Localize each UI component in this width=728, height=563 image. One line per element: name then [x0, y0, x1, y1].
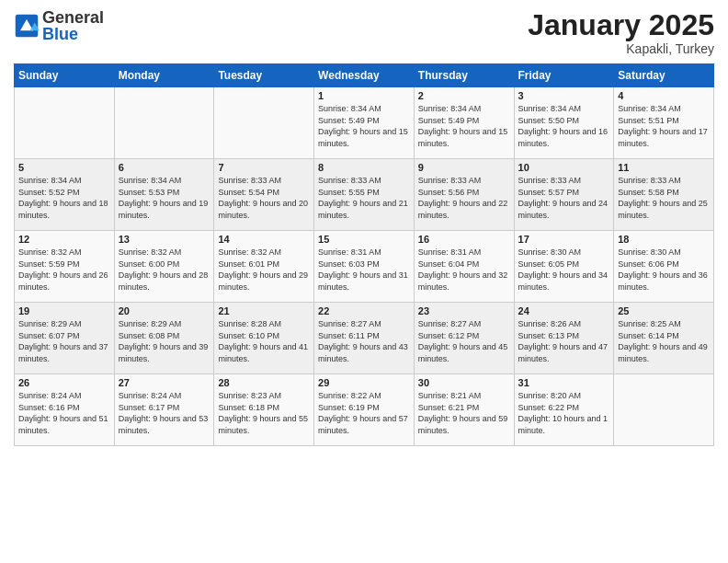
day-info: Sunrise: 8:32 AM Sunset: 5:59 PM Dayligh… — [18, 247, 110, 293]
logo-general: General — [42, 9, 104, 26]
day-info: Sunrise: 8:31 AM Sunset: 6:03 PM Dayligh… — [318, 247, 410, 293]
calendar-day-cell: 4Sunrise: 8:34 AM Sunset: 5:51 PM Daylig… — [614, 87, 714, 159]
calendar-day-cell: 24Sunrise: 8:26 AM Sunset: 6:13 PM Dayli… — [514, 303, 614, 374]
calendar-col-header: Wednesday — [314, 64, 415, 87]
calendar-day-cell — [114, 87, 214, 159]
day-number: 1 — [318, 90, 410, 101]
calendar-week-row: 26Sunrise: 8:24 AM Sunset: 6:16 PM Dayli… — [15, 374, 714, 446]
day-number: 21 — [218, 305, 310, 316]
day-number: 22 — [318, 305, 410, 316]
day-info: Sunrise: 8:33 AM Sunset: 5:54 PM Dayligh… — [218, 175, 310, 221]
calendar-col-header: Friday — [514, 64, 614, 87]
day-info: Sunrise: 8:32 AM Sunset: 6:01 PM Dayligh… — [218, 247, 310, 293]
day-info: Sunrise: 8:29 AM Sunset: 6:08 PM Dayligh… — [119, 318, 210, 364]
day-info: Sunrise: 8:33 AM Sunset: 5:56 PM Dayligh… — [418, 175, 510, 221]
day-info: Sunrise: 8:34 AM Sunset: 5:51 PM Dayligh… — [618, 103, 710, 149]
day-info: Sunrise: 8:34 AM Sunset: 5:53 PM Dayligh… — [119, 175, 210, 221]
day-info: Sunrise: 8:24 AM Sunset: 6:16 PM Dayligh… — [18, 390, 110, 436]
calendar-day-cell: 17Sunrise: 8:30 AM Sunset: 6:05 PM Dayli… — [514, 231, 614, 303]
day-info: Sunrise: 8:28 AM Sunset: 6:10 PM Dayligh… — [218, 318, 310, 364]
calendar-day-cell: 29Sunrise: 8:22 AM Sunset: 6:19 PM Dayli… — [314, 374, 415, 446]
day-number: 29 — [318, 377, 410, 388]
day-info: Sunrise: 8:20 AM Sunset: 6:22 PM Dayligh… — [518, 390, 610, 436]
calendar-col-header: Thursday — [414, 64, 514, 87]
logo-text: General Blue — [42, 9, 104, 42]
day-number: 16 — [418, 234, 510, 245]
calendar-day-cell: 10Sunrise: 8:33 AM Sunset: 5:57 PM Dayli… — [514, 159, 614, 231]
calendar-day-cell: 25Sunrise: 8:25 AM Sunset: 6:14 PM Dayli… — [614, 303, 714, 374]
day-number: 24 — [518, 305, 610, 316]
calendar-day-cell: 6Sunrise: 8:34 AM Sunset: 5:53 PM Daylig… — [114, 159, 214, 231]
day-number: 12 — [18, 234, 110, 245]
calendar-day-cell — [15, 87, 115, 159]
day-number: 3 — [518, 90, 610, 101]
calendar-col-header: Sunday — [15, 64, 115, 87]
calendar-day-cell: 15Sunrise: 8:31 AM Sunset: 6:03 PM Dayli… — [314, 231, 415, 303]
day-info: Sunrise: 8:30 AM Sunset: 6:06 PM Dayligh… — [618, 247, 710, 293]
day-number: 31 — [518, 377, 610, 388]
day-number: 8 — [318, 162, 410, 173]
day-info: Sunrise: 8:22 AM Sunset: 6:19 PM Dayligh… — [318, 390, 410, 436]
calendar-day-cell — [214, 87, 314, 159]
day-info: Sunrise: 8:21 AM Sunset: 6:21 PM Dayligh… — [418, 390, 510, 436]
calendar-day-cell: 9Sunrise: 8:33 AM Sunset: 5:56 PM Daylig… — [414, 159, 514, 231]
calendar-day-cell: 12Sunrise: 8:32 AM Sunset: 5:59 PM Dayli… — [15, 231, 115, 303]
calendar-day-cell: 30Sunrise: 8:21 AM Sunset: 6:21 PM Dayli… — [414, 374, 514, 446]
day-number: 18 — [618, 234, 710, 245]
month-title: January 2025 — [528, 9, 714, 41]
day-info: Sunrise: 8:29 AM Sunset: 6:07 PM Dayligh… — [18, 318, 110, 364]
day-number: 7 — [218, 162, 310, 173]
calendar-day-cell: 23Sunrise: 8:27 AM Sunset: 6:12 PM Dayli… — [414, 303, 514, 374]
calendar-day-cell: 31Sunrise: 8:20 AM Sunset: 6:22 PM Dayli… — [514, 374, 614, 446]
calendar-day-cell: 19Sunrise: 8:29 AM Sunset: 6:07 PM Dayli… — [15, 303, 115, 374]
calendar-week-row: 19Sunrise: 8:29 AM Sunset: 6:07 PM Dayli… — [15, 303, 714, 374]
calendar-day-cell: 3Sunrise: 8:34 AM Sunset: 5:50 PM Daylig… — [514, 87, 614, 159]
calendar-header-row: SundayMondayTuesdayWednesdayThursdayFrid… — [15, 64, 714, 87]
day-info: Sunrise: 8:33 AM Sunset: 5:58 PM Dayligh… — [618, 175, 710, 221]
day-number: 15 — [318, 234, 410, 245]
logo: General Blue — [14, 9, 104, 42]
calendar-day-cell: 2Sunrise: 8:34 AM Sunset: 5:49 PM Daylig… — [414, 87, 514, 159]
calendar-day-cell: 16Sunrise: 8:31 AM Sunset: 6:04 PM Dayli… — [414, 231, 514, 303]
calendar-col-header: Monday — [114, 64, 214, 87]
calendar-day-cell — [614, 374, 714, 446]
day-info: Sunrise: 8:27 AM Sunset: 6:11 PM Dayligh… — [318, 318, 410, 364]
day-info: Sunrise: 8:25 AM Sunset: 6:14 PM Dayligh… — [618, 318, 710, 364]
calendar-day-cell: 11Sunrise: 8:33 AM Sunset: 5:58 PM Dayli… — [614, 159, 714, 231]
calendar-week-row: 5Sunrise: 8:34 AM Sunset: 5:52 PM Daylig… — [15, 159, 714, 231]
day-number: 26 — [18, 377, 110, 388]
day-number: 19 — [18, 305, 110, 316]
day-number: 23 — [418, 305, 510, 316]
day-info: Sunrise: 8:34 AM Sunset: 5:50 PM Dayligh… — [518, 103, 610, 149]
day-info: Sunrise: 8:30 AM Sunset: 6:05 PM Dayligh… — [518, 247, 610, 293]
logo-blue: Blue — [42, 26, 104, 42]
day-info: Sunrise: 8:34 AM Sunset: 5:49 PM Dayligh… — [318, 103, 410, 149]
calendar-day-cell: 26Sunrise: 8:24 AM Sunset: 6:16 PM Dayli… — [15, 374, 115, 446]
calendar-table: SundayMondayTuesdayWednesdayThursdayFrid… — [14, 63, 714, 446]
calendar-day-cell: 7Sunrise: 8:33 AM Sunset: 5:54 PM Daylig… — [214, 159, 314, 231]
title-section: January 2025 Kapakli, Turkey — [528, 9, 714, 56]
day-number: 13 — [119, 234, 210, 245]
day-number: 17 — [518, 234, 610, 245]
day-number: 11 — [618, 162, 710, 173]
day-info: Sunrise: 8:24 AM Sunset: 6:17 PM Dayligh… — [119, 390, 210, 436]
day-number: 4 — [618, 90, 710, 101]
day-number: 28 — [218, 377, 310, 388]
day-number: 5 — [18, 162, 110, 173]
day-number: 2 — [418, 90, 510, 101]
calendar-day-cell: 20Sunrise: 8:29 AM Sunset: 6:08 PM Dayli… — [114, 303, 214, 374]
calendar-day-cell: 22Sunrise: 8:27 AM Sunset: 6:11 PM Dayli… — [314, 303, 415, 374]
calendar-day-cell: 21Sunrise: 8:28 AM Sunset: 6:10 PM Dayli… — [214, 303, 314, 374]
calendar-col-header: Tuesday — [214, 64, 314, 87]
calendar-day-cell: 1Sunrise: 8:34 AM Sunset: 5:49 PM Daylig… — [314, 87, 415, 159]
day-number: 14 — [218, 234, 310, 245]
day-info: Sunrise: 8:34 AM Sunset: 5:49 PM Dayligh… — [418, 103, 510, 149]
day-info: Sunrise: 8:32 AM Sunset: 6:00 PM Dayligh… — [119, 247, 210, 293]
day-number: 30 — [418, 377, 510, 388]
calendar-week-row: 1Sunrise: 8:34 AM Sunset: 5:49 PM Daylig… — [15, 87, 714, 159]
day-number: 6 — [119, 162, 210, 173]
day-info: Sunrise: 8:33 AM Sunset: 5:57 PM Dayligh… — [518, 175, 610, 221]
calendar-day-cell: 8Sunrise: 8:33 AM Sunset: 5:55 PM Daylig… — [314, 159, 415, 231]
location: Kapakli, Turkey — [528, 41, 714, 56]
day-info: Sunrise: 8:23 AM Sunset: 6:18 PM Dayligh… — [218, 390, 310, 436]
